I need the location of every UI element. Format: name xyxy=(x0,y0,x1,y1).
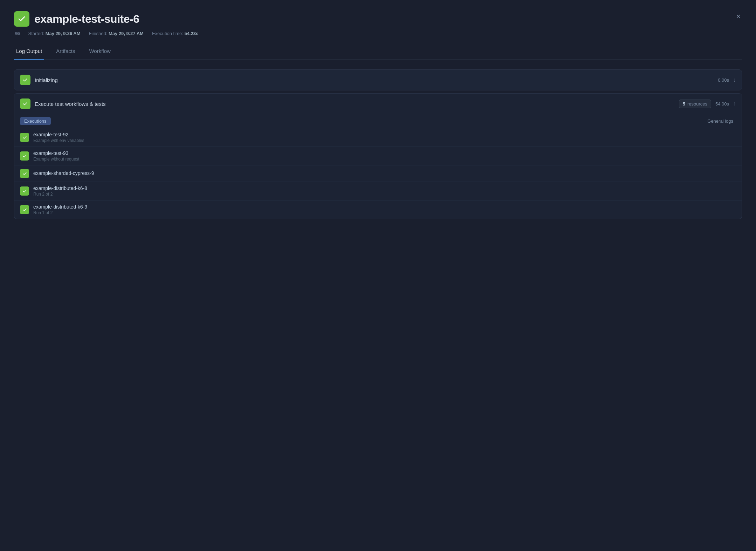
resources-label: resources xyxy=(687,101,707,107)
exec-name: example-test-93 xyxy=(33,150,79,156)
list-item[interactable]: example-test-92 Example with env variabl… xyxy=(14,128,742,147)
title-row: example-test-suite-6 xyxy=(14,11,139,27)
list-item[interactable]: example-distributed-k6-9 Run 1 of 2 xyxy=(14,200,742,219)
run-id: #6 xyxy=(15,31,20,36)
collapse-up-icon: ↑ xyxy=(733,101,736,107)
exec-sub: Example with env variables xyxy=(33,138,84,143)
exec-sub: Run 1 of 2 xyxy=(33,210,87,215)
resources-badge: 5 resources xyxy=(679,100,711,108)
exec-info: example-sharded-cypress-9 xyxy=(33,170,94,177)
execute-step: Execute test workflows & tests 5 resourc… xyxy=(14,93,742,219)
initializing-step-header[interactable]: Initializing 0.00s ↓ xyxy=(14,70,742,90)
success-icon xyxy=(14,11,29,27)
executions-bar: Executions General logs xyxy=(14,114,742,128)
initializing-step-name: Initializing xyxy=(35,77,58,83)
list-item[interactable]: example-sharded-cypress-9 xyxy=(14,165,742,182)
exec-success-icon xyxy=(20,205,29,214)
resources-count: 5 xyxy=(683,101,685,107)
exec-info: example-distributed-k6-8 Run 2 of 2 xyxy=(33,185,87,197)
exec-name: example-distributed-k6-8 xyxy=(33,185,87,191)
execution-time-meta: Execution time: 54.23s xyxy=(152,31,198,36)
exec-info: example-test-92 Example with env variabl… xyxy=(33,132,84,143)
exec-name: example-test-92 xyxy=(33,132,84,137)
execute-step-name: Execute test workflows & tests xyxy=(35,101,106,107)
close-button[interactable]: × xyxy=(735,11,742,22)
main-content: Initializing 0.00s ↓ Execute test workfl… xyxy=(14,69,742,219)
exec-success-icon xyxy=(20,133,29,142)
finished-label: Finished: xyxy=(89,31,108,36)
started-meta: Started: May 29, 9:26 AM xyxy=(28,31,80,36)
exec-sub: Run 2 of 2 xyxy=(33,192,87,197)
tabs-bar: Log Output Artifacts Workflow xyxy=(14,45,742,60)
meta-row: #6 Started: May 29, 9:26 AM Finished: Ma… xyxy=(15,31,742,36)
exec-name: example-distributed-k6-9 xyxy=(33,204,87,210)
initializing-step-time: 0.00s xyxy=(718,77,729,83)
execution-list: example-test-92 Example with env variabl… xyxy=(14,128,742,219)
exec-success-icon xyxy=(20,169,29,178)
exec-info: example-test-93 Example without request xyxy=(33,150,79,162)
page-header: example-test-suite-6 × xyxy=(14,11,742,27)
execute-success-icon xyxy=(20,98,30,109)
tab-log-output[interactable]: Log Output xyxy=(14,45,44,59)
exec-success-icon xyxy=(20,186,29,196)
step-right: 0.00s ↓ xyxy=(718,77,736,83)
exec-success-icon xyxy=(20,151,29,161)
list-item[interactable]: example-test-93 Example without request xyxy=(14,147,742,165)
step-success-icon xyxy=(20,75,30,85)
page-title: example-test-suite-6 xyxy=(34,13,139,26)
exec-name: example-sharded-cypress-9 xyxy=(33,170,94,176)
list-item[interactable]: example-distributed-k6-8 Run 2 of 2 xyxy=(14,182,742,200)
finished-meta: Finished: May 29, 9:27 AM xyxy=(89,31,144,36)
execute-step-right: 5 resources 54.00s ↑ xyxy=(679,100,736,108)
execute-step-left: Execute test workflows & tests xyxy=(20,98,106,109)
exec-sub: Example without request xyxy=(33,157,79,162)
started-value: May 29, 9:26 AM xyxy=(46,31,81,36)
execution-time-label: Execution time: xyxy=(152,31,183,36)
started-label: Started: xyxy=(28,31,44,36)
executions-tab-button[interactable]: Executions xyxy=(20,117,51,125)
finished-value: May 29, 9:27 AM xyxy=(109,31,144,36)
general-logs-button[interactable]: General logs xyxy=(705,117,736,125)
exec-info: example-distributed-k6-9 Run 1 of 2 xyxy=(33,204,87,215)
expand-down-icon: ↓ xyxy=(733,77,736,83)
initializing-step: Initializing 0.00s ↓ xyxy=(14,69,742,90)
execute-step-time: 54.00s xyxy=(715,101,729,107)
tab-workflow[interactable]: Workflow xyxy=(87,45,112,59)
execution-time-value: 54.23s xyxy=(184,31,198,36)
tab-artifacts[interactable]: Artifacts xyxy=(54,45,77,59)
execute-step-header[interactable]: Execute test workflows & tests 5 resourc… xyxy=(14,94,742,114)
step-left: Initializing xyxy=(20,75,58,85)
